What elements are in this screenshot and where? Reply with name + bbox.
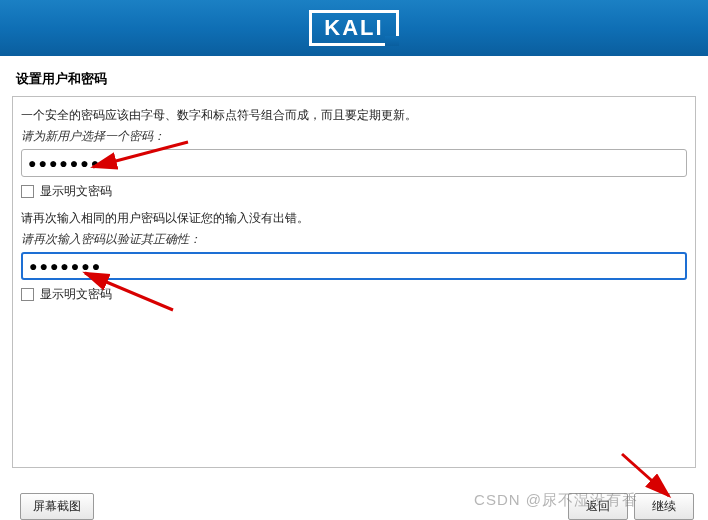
main-panel: 一个安全的密码应该由字母、数字和标点符号组合而成，而且要定期更新。 请为新用户选…: [12, 96, 696, 468]
logo-text: KALI: [324, 15, 383, 40]
show-plain-row-2[interactable]: 显示明文密码: [21, 286, 687, 303]
kali-logo: KALI: [309, 10, 398, 46]
continue-button[interactable]: 继续: [634, 493, 694, 520]
confirm-hint: 请再次输入相同的用户密码以保证您的输入没有出错。: [21, 210, 687, 227]
screenshot-button[interactable]: 屏幕截图: [20, 493, 94, 520]
password-input[interactable]: [21, 149, 687, 177]
password-hint: 一个安全的密码应该由字母、数字和标点符号组合而成，而且要定期更新。: [21, 107, 687, 124]
checkbox-icon[interactable]: [21, 185, 34, 198]
show-plain-label-1: 显示明文密码: [40, 183, 112, 200]
show-plain-row-1[interactable]: 显示明文密码: [21, 183, 687, 200]
confirm-label: 请再次输入密码以验证其正确性：: [21, 231, 687, 248]
nav-buttons: 返回 继续: [562, 493, 694, 520]
page-title: 设置用户和密码: [0, 56, 708, 96]
banner: KALI: [0, 0, 708, 56]
confirm-password-input[interactable]: [21, 252, 687, 280]
back-button[interactable]: 返回: [568, 493, 628, 520]
checkbox-icon[interactable]: [21, 288, 34, 301]
show-plain-label-2: 显示明文密码: [40, 286, 112, 303]
password-label: 请为新用户选择一个密码：: [21, 128, 687, 145]
footer: 屏幕截图 返回 继续: [0, 489, 708, 520]
